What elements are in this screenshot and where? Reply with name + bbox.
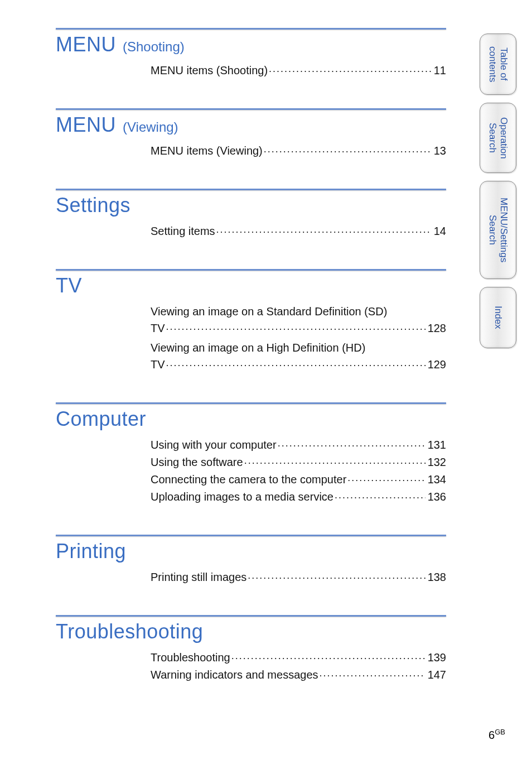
toc-entry-label: Connecting the camera to the computer	[151, 471, 346, 488]
section-heading[interactable]: MENU(Shooting)	[56, 33, 446, 56]
toc-content: MENU(Shooting)MENU items (Shooting)11MEN…	[56, 28, 446, 713]
toc-leaders	[263, 143, 432, 160]
toc-entry[interactable]: Connecting the camera to the computer134	[151, 471, 446, 488]
section-heading-main: MENU	[56, 33, 116, 56]
side-tab-label: Table of contents	[487, 39, 509, 90]
section-divider	[56, 108, 446, 110]
section-heading-main: Printing	[56, 540, 126, 563]
toc-entry-label: MENU items (Viewing)	[151, 142, 263, 159]
section-heading[interactable]: MENU(Viewing)	[56, 113, 446, 137]
toc-section: SettingsSetting items14	[56, 189, 446, 240]
section-heading-sub: (Viewing)	[123, 119, 178, 135]
toc-entry-page: 14	[432, 223, 446, 239]
side-tab-label: MENU/Settings Search	[487, 190, 509, 270]
section-items: MENU items (Shooting)11	[151, 62, 446, 79]
toc-entry-label: Troubleshooting	[151, 649, 230, 666]
toc-entry[interactable]: Viewing an image on a Standard Definitio…	[151, 303, 446, 337]
section-items: Using with your computer131Using the sof…	[151, 436, 446, 506]
section-items: Viewing an image on a Standard Definitio…	[151, 303, 446, 373]
toc-section: MENU(Shooting)MENU items (Shooting)11	[56, 28, 446, 79]
toc-leaders	[277, 437, 425, 454]
toc-entry-page: 129	[425, 356, 446, 373]
toc-entry-page: 128	[425, 320, 446, 337]
section-heading-main: Settings	[56, 194, 130, 217]
toc-entry-page: 13	[432, 142, 446, 159]
section-heading-main: TV	[56, 274, 82, 297]
toc-entry[interactable]: Using with your computer131	[151, 436, 446, 454]
toc-entry[interactable]: MENU items (Shooting)11	[151, 62, 446, 79]
side-tab[interactable]: MENU/Settings Search	[480, 181, 516, 279]
section-divider	[56, 269, 446, 271]
toc-entry-label: Setting items	[151, 223, 215, 239]
section-heading[interactable]: Computer	[56, 407, 446, 431]
toc-entry[interactable]: MENU items (Viewing)13	[151, 142, 446, 160]
toc-section: MENU(Viewing)MENU items (Viewing)13	[56, 108, 446, 160]
toc-entry-page: 147	[425, 666, 446, 683]
toc-entry-label: Viewing an image on a High Definition (H…	[151, 339, 446, 356]
section-heading[interactable]: TV	[56, 274, 446, 297]
toc-entry-label: Using the software	[151, 454, 243, 470]
toc-entry-line: TV129	[151, 356, 446, 373]
toc-entry-label-last: TV	[151, 356, 165, 373]
toc-entry-label: Warning indicators and messages	[151, 666, 318, 683]
toc-entry[interactable]: Warning indicators and messages147	[151, 666, 446, 684]
section-heading[interactable]: Troubleshooting	[56, 620, 446, 643]
toc-section: ComputerUsing with your computer131Using…	[56, 402, 446, 506]
side-tab[interactable]: Operation Search	[480, 103, 516, 173]
side-tab[interactable]: Index	[480, 287, 516, 348]
toc-entry-label: Printing still images	[151, 569, 246, 585]
page-footer: 6GB	[489, 728, 505, 742]
toc-entry[interactable]: Using the software132	[151, 454, 446, 471]
page-number: 6	[489, 729, 495, 741]
toc-entry-page: 134	[425, 471, 446, 488]
toc-leaders	[268, 63, 432, 79]
section-divider	[56, 615, 446, 617]
side-tab-label: Operation Search	[487, 109, 509, 167]
toc-entry[interactable]: Printing still images138	[151, 569, 446, 586]
side-tab-label: Index	[492, 298, 504, 337]
toc-entry-page: 131	[425, 436, 446, 453]
toc-entry[interactable]: Viewing an image on a High Definition (H…	[151, 339, 446, 373]
section-items: Troubleshooting139Warning indicators and…	[151, 649, 446, 684]
section-divider	[56, 28, 446, 30]
toc-entry-label: Uploading images to a media service	[151, 488, 333, 505]
section-heading[interactable]: Printing	[56, 540, 446, 563]
toc-entry[interactable]: Uploading images to a media service136	[151, 488, 446, 506]
section-heading-sub: (Shooting)	[123, 39, 185, 55]
toc-entry-page: 139	[425, 649, 446, 666]
toc-entry-label: Using with your computer	[151, 436, 277, 453]
toc-entry-page: 132	[425, 454, 446, 470]
toc-entry-page: 138	[425, 569, 446, 585]
toc-entry-page: 11	[432, 62, 446, 79]
toc-leaders	[243, 454, 425, 471]
section-divider	[56, 402, 446, 404]
toc-leaders	[333, 489, 425, 506]
section-divider	[56, 189, 446, 190]
section-heading-main: Computer	[56, 407, 146, 431]
toc-entry-label-last: TV	[151, 320, 165, 337]
side-tab[interactable]: Table of contents	[480, 33, 516, 95]
toc-section: PrintingPrinting still images138	[56, 535, 446, 586]
toc-leaders	[215, 223, 432, 240]
toc-leaders	[165, 320, 425, 337]
toc-section: TroubleshootingTroubleshooting139Warning…	[56, 615, 446, 684]
side-tabs: Table of contentsOperation SearchMENU/Se…	[480, 33, 516, 348]
toc-leaders	[346, 472, 425, 488]
toc-leaders	[165, 357, 425, 373]
toc-entry-label: MENU items (Shooting)	[151, 62, 268, 79]
section-items: Setting items14	[151, 223, 446, 240]
toc-section: TVViewing an image on a Standard Definit…	[56, 269, 446, 373]
toc-leaders	[246, 569, 425, 586]
section-items: MENU items (Viewing)13	[151, 142, 446, 160]
page-suffix: GB	[495, 728, 505, 736]
section-heading-main: Troubleshooting	[56, 620, 203, 643]
toc-entry[interactable]: Setting items14	[151, 223, 446, 240]
section-divider	[56, 535, 446, 536]
toc-entry[interactable]: Troubleshooting139	[151, 649, 446, 666]
section-items: Printing still images138	[151, 569, 446, 586]
toc-leaders	[230, 650, 425, 666]
toc-entry-line: TV128	[151, 320, 446, 337]
section-heading-main: MENU	[56, 113, 116, 137]
toc-entry-page: 136	[425, 488, 446, 505]
section-heading[interactable]: Settings	[56, 194, 446, 217]
